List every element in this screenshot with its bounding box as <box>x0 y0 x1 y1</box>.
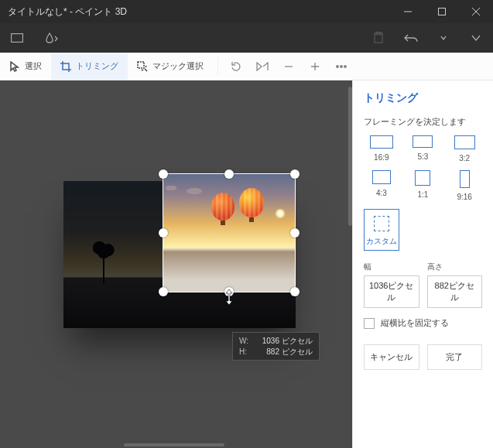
tool-tabs: 選択 トリミング マジック選択 <box>0 53 493 80</box>
panel-title: トリミング <box>364 91 482 105</box>
rotate-button[interactable] <box>223 53 249 80</box>
ratio-1-1-label: 1:1 <box>418 190 429 199</box>
vertical-scrollbar[interactable] <box>348 87 352 226</box>
canvas-area[interactable]: W:1036 ピクセル H:882 ピクセル <box>0 80 352 448</box>
svg-point-6 <box>341 65 343 67</box>
svg-point-5 <box>337 65 339 67</box>
tab-select-label: 選択 <box>25 60 42 72</box>
separator <box>217 57 218 75</box>
lock-aspect-checkbox[interactable] <box>364 318 375 329</box>
resize-ns-cursor-icon <box>223 289 235 309</box>
aspect-ratio-grid: 16:9 5:3 3:2 4:3 1:1 9:16 <box>364 135 482 201</box>
undo-button[interactable] <box>399 26 423 50</box>
crop-handle-ne[interactable] <box>290 169 300 179</box>
crop-handle-se[interactable] <box>290 287 300 296</box>
svg-rect-1 <box>12 34 23 43</box>
cursor-icon <box>9 61 20 72</box>
more-tools-button[interactable] <box>328 53 354 80</box>
height-input[interactable]: 882ピクセル <box>427 275 483 308</box>
zoom-out-button[interactable] <box>276 53 302 80</box>
magic-select-icon <box>137 61 148 72</box>
crop-preview <box>163 174 295 292</box>
horizontal-scrollbar[interactable] <box>124 443 224 446</box>
ratio-16-9[interactable]: 16:9 <box>364 135 399 162</box>
width-label: 幅 <box>364 262 419 272</box>
done-button[interactable]: 完了 <box>427 344 483 370</box>
ratio-custom[interactable]: カスタム <box>364 209 399 251</box>
cancel-button[interactable]: キャンセル <box>364 344 419 370</box>
command-bar <box>0 23 493 53</box>
ratio-3-2-label: 3:2 <box>459 154 470 162</box>
height-label: 高さ <box>427 262 483 272</box>
tooltip-h-label: H: <box>239 347 253 357</box>
tooltip-w-value: 1036 <box>253 336 279 347</box>
svg-point-7 <box>344 65 347 67</box>
ratio-4-3[interactable]: 4:3 <box>364 170 399 201</box>
svg-rect-4 <box>138 62 144 68</box>
width-input[interactable]: 1036ピクセル <box>364 275 419 308</box>
ratio-9-16-label: 9:16 <box>457 193 471 201</box>
ratio-custom-label: カスタム <box>366 236 397 247</box>
tab-crop[interactable]: トリミング <box>51 53 128 80</box>
lock-aspect-row[interactable]: 縦横比を固定する <box>364 317 482 329</box>
framing-caption: フレーミングを決定します <box>364 116 482 128</box>
svg-rect-0 <box>439 9 446 15</box>
maximize-button[interactable] <box>425 0 459 23</box>
tooltip-h-value: 882 <box>253 347 279 357</box>
redo-dropdown-icon[interactable] <box>431 26 456 50</box>
crop-icon <box>60 61 71 72</box>
ratio-5-3[interactable]: 5:3 <box>406 135 441 162</box>
crop-handle-e[interactable] <box>290 228 300 238</box>
crop-handle-nw[interactable] <box>159 169 168 179</box>
brushes-dropdown[interactable] <box>39 26 63 50</box>
ratio-5-3-label: 5:3 <box>418 152 429 161</box>
custom-crop-icon <box>374 216 389 231</box>
dimension-tooltip: W:1036 ピクセル H:882 ピクセル <box>232 332 320 361</box>
title-bar: タイトルなし* - ペイント 3D <box>0 0 493 23</box>
width-height-row: 幅 1036ピクセル 高さ 882ピクセル <box>364 262 482 308</box>
ratio-1-1[interactable]: 1:1 <box>406 170 441 201</box>
paste-button <box>366 26 391 50</box>
crop-handle-sw[interactable] <box>159 287 168 296</box>
side-panel: トリミング フレーミングを決定します 16:9 5:3 3:2 4:3 1:1 … <box>352 80 493 448</box>
main-area: W:1036 ピクセル H:882 ピクセル トリミング フレーミングを決定しま… <box>0 80 493 448</box>
crop-handle-w[interactable] <box>159 228 168 238</box>
menu-expand-button[interactable] <box>5 26 29 50</box>
tab-crop-label: トリミング <box>76 60 118 72</box>
window-title: タイトルなし* - ペイント 3D <box>0 5 391 19</box>
lock-aspect-label: 縦横比を固定する <box>381 317 449 329</box>
ratio-16-9-label: 16:9 <box>374 153 389 162</box>
flip-button[interactable] <box>249 53 276 80</box>
action-buttons: キャンセル 完了 <box>364 344 482 370</box>
tooltip-w-unit: ピクセル <box>282 337 313 345</box>
tooltip-h-unit: ピクセル <box>282 347 313 356</box>
ratio-3-2[interactable]: 3:2 <box>447 135 482 162</box>
more-chevron-icon[interactable] <box>464 26 488 50</box>
ratio-4-3-label: 4:3 <box>376 189 387 197</box>
tab-magic-select[interactable]: マジック選択 <box>128 53 213 80</box>
crop-rectangle[interactable] <box>163 173 296 292</box>
tooltip-w-label: W: <box>239 336 253 347</box>
zoom-in-button[interactable] <box>302 53 328 80</box>
minimize-button[interactable] <box>391 0 425 23</box>
ratio-9-16[interactable]: 9:16 <box>447 170 482 201</box>
crop-handle-n[interactable] <box>224 169 234 179</box>
tab-magic-label: マジック選択 <box>152 60 204 72</box>
close-button[interactable] <box>459 0 493 23</box>
tab-select[interactable]: 選択 <box>0 53 51 80</box>
